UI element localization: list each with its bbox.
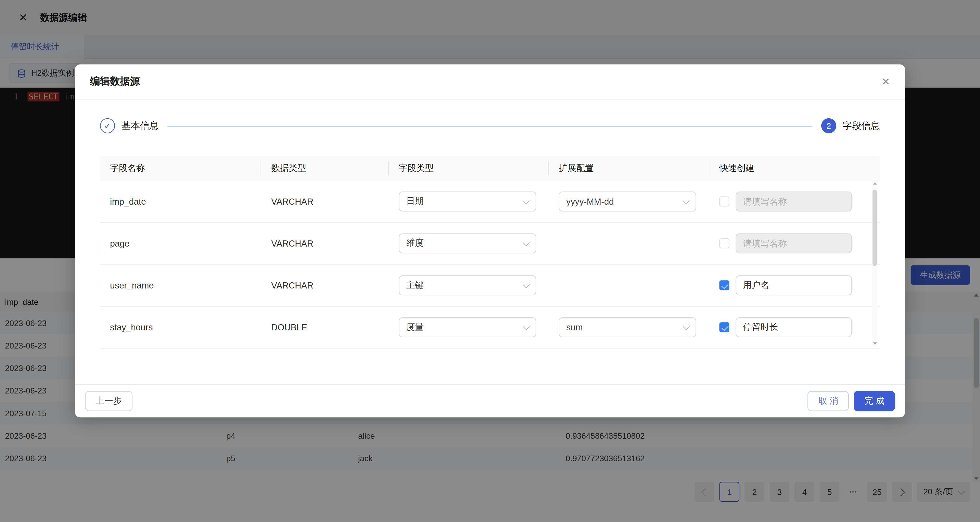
field-row: stay_hours DOUBLE 度量 sum bbox=[100, 306, 880, 348]
field-data-type: VARCHAR bbox=[261, 196, 389, 206]
field-row: user_name VARCHAR 主键 bbox=[100, 265, 880, 306]
step-field-info-label: 字段信息 bbox=[842, 120, 880, 132]
modal-title: 编辑数据源 bbox=[90, 75, 140, 88]
field-name: stay_hours bbox=[100, 322, 261, 332]
quick-create-checkbox[interactable] bbox=[719, 322, 729, 332]
select-value: sum bbox=[566, 322, 583, 332]
field-name: user_name bbox=[100, 280, 261, 290]
select-value: yyyy-MM-dd bbox=[566, 196, 614, 206]
chevron-down-icon bbox=[523, 239, 530, 246]
modal-close-icon[interactable]: ✕ bbox=[882, 77, 890, 86]
step-current-icon: 2 bbox=[821, 118, 836, 133]
column-header-data-type: 数据类型 bbox=[261, 156, 389, 181]
ext-config-select[interactable]: yyyy-MM-dd bbox=[558, 192, 696, 211]
quick-name-input[interactable] bbox=[735, 233, 852, 253]
select-value: 日期 bbox=[406, 196, 424, 207]
chevron-down-icon bbox=[682, 323, 690, 330]
chevron-down-icon bbox=[682, 197, 690, 204]
field-data-type: VARCHAR bbox=[261, 280, 389, 290]
field-name: imp_date bbox=[100, 196, 261, 206]
quick-name-input[interactable] bbox=[735, 317, 852, 337]
quick-name-input[interactable] bbox=[735, 192, 852, 211]
cancel-button[interactable]: 取 消 bbox=[808, 391, 849, 411]
field-data-type: VARCHAR bbox=[261, 238, 389, 248]
chevron-down-icon bbox=[523, 323, 530, 330]
quick-create-checkbox[interactable] bbox=[719, 280, 729, 290]
ext-config-select[interactable]: sum bbox=[558, 317, 696, 337]
quick-name-input[interactable] bbox=[735, 275, 852, 295]
quick-create-checkbox[interactable] bbox=[719, 238, 729, 248]
field-type-select[interactable]: 主键 bbox=[399, 275, 536, 295]
select-value: 主键 bbox=[406, 280, 424, 291]
modal-footer: 上一步 取 消 完 成 bbox=[75, 384, 905, 418]
column-header-quick-create: 快速创建 bbox=[710, 156, 880, 181]
previous-step-button[interactable]: 上一步 bbox=[85, 391, 132, 411]
field-type-select[interactable]: 度量 bbox=[399, 317, 536, 337]
column-header-ext-config: 扩展配置 bbox=[549, 156, 709, 181]
quick-create-checkbox[interactable] bbox=[719, 196, 729, 206]
select-value: 维度 bbox=[406, 238, 424, 249]
step-finished-icon: ✓ bbox=[100, 118, 115, 133]
done-button[interactable]: 完 成 bbox=[854, 391, 895, 411]
field-row: imp_date VARCHAR 日期 yyyy-MM-dd bbox=[100, 181, 880, 223]
chevron-down-icon bbox=[523, 197, 530, 204]
field-type-select[interactable]: 日期 bbox=[399, 192, 536, 211]
column-header-field-type: 字段类型 bbox=[389, 156, 549, 181]
field-name: page bbox=[100, 238, 261, 248]
field-table: 字段名称 数据类型 字段类型 扩展配置 快速创建 imp_date VARCHA… bbox=[100, 156, 880, 348]
screen: ✕ 数据源编辑 停留时长统计 H2数据实例 1 bbox=[0, 0, 980, 522]
modal-header: 编辑数据源 ✕ bbox=[75, 64, 905, 99]
field-table-header: 字段名称 数据类型 字段类型 扩展配置 快速创建 bbox=[100, 156, 880, 181]
scroll-down-icon[interactable] bbox=[873, 342, 877, 345]
scroll-up-icon[interactable] bbox=[873, 182, 877, 185]
edit-datasource-modal: 编辑数据源 ✕ ✓ 基本信息 2 字段信息 字段名称 数据类型 字段类型 扩展配… bbox=[75, 64, 905, 417]
field-row: page VARCHAR 维度 bbox=[100, 223, 880, 265]
field-data-type: DOUBLE bbox=[261, 322, 389, 332]
steps: ✓ 基本信息 2 字段信息 bbox=[100, 116, 880, 136]
step-basic-info-label[interactable]: 基本信息 bbox=[121, 120, 159, 132]
step-connector-line bbox=[167, 125, 812, 126]
select-value: 度量 bbox=[406, 322, 424, 333]
chevron-down-icon bbox=[523, 281, 530, 288]
field-type-select[interactable]: 维度 bbox=[399, 233, 536, 253]
field-table-scrollbar[interactable] bbox=[872, 181, 877, 346]
column-header-field-name: 字段名称 bbox=[100, 156, 261, 181]
scrollbar-thumb[interactable] bbox=[873, 190, 877, 266]
